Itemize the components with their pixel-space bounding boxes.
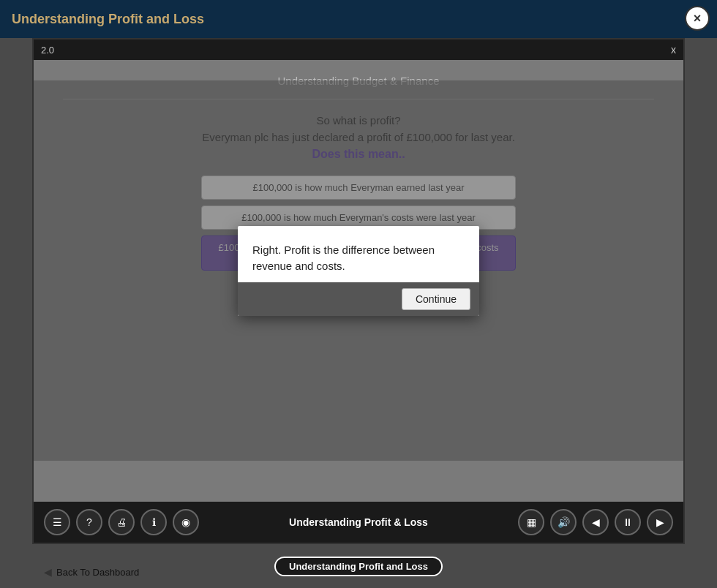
inner-close-button[interactable]: x bbox=[671, 44, 676, 56]
close-icon: × bbox=[694, 11, 702, 26]
outer-window: Understanding Profit and Loss × 2.0 x Un… bbox=[0, 0, 717, 588]
toolbar-right: ▦ 🔊 ◀ ⏸ ▶ bbox=[518, 509, 673, 535]
help-button[interactable]: ? bbox=[76, 509, 102, 535]
menu-button[interactable]: ☰ bbox=[44, 509, 70, 535]
volume-button[interactable]: 🔊 bbox=[550, 509, 577, 535]
back-label: Back To Dashboard bbox=[56, 567, 139, 578]
continue-button[interactable]: Continue bbox=[402, 288, 470, 310]
forward-icon: ▶ bbox=[656, 516, 664, 528]
slide-number: 2.0 bbox=[41, 45, 54, 56]
back-triangle-icon: ◀ bbox=[44, 566, 52, 578]
pause-button[interactable]: ⏸ bbox=[615, 509, 641, 535]
modal-message: Right. Profit is the difference between … bbox=[238, 226, 479, 282]
modal-box: Right. Profit is the difference between … bbox=[238, 226, 479, 316]
modal-footer: Continue bbox=[238, 282, 479, 316]
pause-icon: ⏸ bbox=[623, 516, 633, 528]
content-area: Understanding Budget & Finance So what i… bbox=[34, 60, 683, 502]
bottom-badge[interactable]: Understanding Profit and Loss bbox=[274, 557, 443, 576]
inner-title-bar: 2.0 x bbox=[34, 39, 683, 60]
info-button[interactable]: ℹ bbox=[140, 509, 167, 535]
calendar-button[interactable]: ▦ bbox=[518, 509, 544, 535]
title-bar: Understanding Profit and Loss × bbox=[0, 0, 717, 38]
back-to-dashboard[interactable]: ◀ Back To Dashboard bbox=[44, 566, 139, 578]
print-button[interactable]: 🖨 bbox=[108, 509, 135, 535]
print-icon: 🖨 bbox=[116, 516, 127, 528]
toolbar-left: ☰ ? 🖨 ℹ ◉ bbox=[44, 509, 199, 535]
toolbar-center-label: Understanding Profit & Loss bbox=[199, 516, 518, 528]
forward-button[interactable]: ▶ bbox=[647, 509, 673, 535]
video-button[interactable]: ◉ bbox=[173, 509, 199, 535]
back-arrow-icon: ◀ bbox=[592, 516, 600, 528]
help-icon: ? bbox=[86, 516, 92, 528]
back-button[interactable]: ◀ bbox=[582, 509, 609, 535]
volume-icon: 🔊 bbox=[558, 516, 570, 528]
info-icon: ℹ bbox=[152, 516, 156, 528]
inner-frame: 2.0 x Understanding Budget & Finance So … bbox=[32, 38, 685, 544]
menu-icon: ☰ bbox=[53, 516, 62, 528]
calendar-icon: ▦ bbox=[527, 516, 536, 528]
outer-close-button[interactable]: × bbox=[685, 6, 710, 31]
modal-overlay: Right. Profit is the difference between … bbox=[34, 80, 683, 461]
bottom-toolbar: ☰ ? 🖨 ℹ ◉ Understanding Profit & Loss ▦ … bbox=[34, 502, 683, 543]
window-title: Understanding Profit and Loss bbox=[12, 12, 204, 27]
video-icon: ◉ bbox=[181, 516, 190, 528]
